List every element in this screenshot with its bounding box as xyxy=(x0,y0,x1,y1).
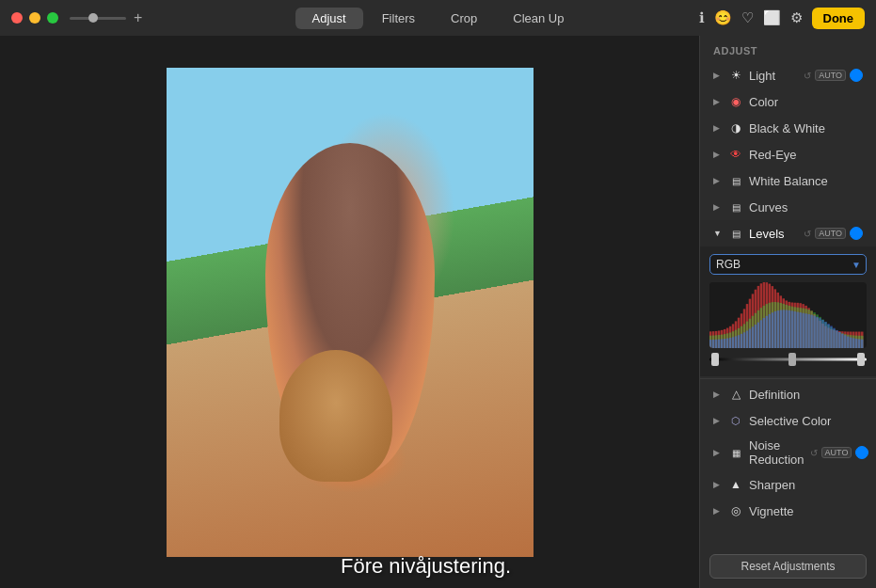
svg-rect-144 xyxy=(841,334,843,348)
noise-auto-badge[interactable]: AUTO xyxy=(821,447,852,458)
sidebar-item-color[interactable]: ▶ ◉ Color xyxy=(700,88,876,115)
tab-cleanup[interactable]: Clean Up xyxy=(496,8,581,29)
svg-rect-132 xyxy=(830,326,832,348)
svg-rect-60 xyxy=(763,318,765,348)
chevron-right-icon: ▶ xyxy=(713,123,723,133)
svg-rect-108 xyxy=(807,314,809,348)
svg-rect-117 xyxy=(816,317,818,348)
svg-rect-24 xyxy=(729,338,731,348)
black-white-label: Black & White xyxy=(749,121,863,135)
channel-selector-wrapper: RGB Red Green Blue ▼ xyxy=(709,254,867,275)
svg-rect-102 xyxy=(802,313,804,348)
svg-rect-165 xyxy=(861,340,863,348)
photo-canvas[interactable] xyxy=(167,68,534,557)
svg-rect-54 xyxy=(757,323,759,348)
sidebar-item-definition[interactable]: ▶ △ Definition xyxy=(700,381,876,407)
svg-rect-42 xyxy=(746,331,748,348)
chevron-right-icon: ▶ xyxy=(713,506,723,516)
svg-rect-57 xyxy=(760,320,762,348)
photo-area: Före nivåjustering. xyxy=(0,36,699,588)
sidebar-item-light[interactable]: ▶ ☀ Light ↺ AUTO xyxy=(700,62,876,88)
svg-rect-153 xyxy=(850,338,852,348)
zoom-plus-button[interactable]: + xyxy=(134,9,142,26)
sidebar-item-vignette[interactable]: ▶ ◎ Vignette xyxy=(700,498,876,524)
svg-rect-36 xyxy=(741,334,742,348)
titlebar: + Adjust Filters Crop Clean Up ℹ 😊 ♡ ⬜ ⚙… xyxy=(0,0,876,36)
minimize-button[interactable] xyxy=(29,12,40,24)
sidebar-item-levels[interactable]: ▼ ▤ Levels ↺ AUTO xyxy=(700,220,876,246)
levels-label: Levels xyxy=(749,227,798,241)
tab-crop[interactable]: Crop xyxy=(434,8,494,29)
sharpen-label: Sharpen xyxy=(749,478,863,492)
sidebar-item-selective-color[interactable]: ▶ ⬡ Selective Color xyxy=(700,407,876,434)
svg-rect-90 xyxy=(790,310,792,348)
auto-badge[interactable]: AUTO xyxy=(815,70,846,81)
close-button[interactable] xyxy=(11,12,23,24)
svg-rect-75 xyxy=(777,310,779,348)
chevron-right-icon: ▶ xyxy=(713,202,723,212)
heart-button[interactable]: ♡ xyxy=(741,9,754,26)
noise-reduction-icon: ▦ xyxy=(728,445,743,460)
vignette-icon: ◎ xyxy=(728,503,743,518)
done-button[interactable]: Done xyxy=(812,8,866,29)
chevron-right-icon: ▶ xyxy=(713,416,723,425)
zoom-slider[interactable] xyxy=(70,17,126,20)
levels-panel: RGB Red Green Blue ▼ xyxy=(700,246,876,376)
chevron-right-icon: ▶ xyxy=(713,389,723,399)
maximize-button[interactable] xyxy=(47,12,58,24)
share-button[interactable]: ⬜ xyxy=(763,9,781,26)
definition-icon: △ xyxy=(728,387,743,402)
svg-rect-12 xyxy=(718,340,720,348)
levels-highlight-handle[interactable] xyxy=(857,353,865,366)
light-actions: ↺ AUTO xyxy=(804,69,863,82)
tab-filters[interactable]: Filters xyxy=(365,8,432,29)
svg-rect-141 xyxy=(838,332,840,348)
chevron-right-icon: ▶ xyxy=(713,71,723,80)
curves-label: Curves xyxy=(749,200,863,215)
color-label: Color xyxy=(749,95,863,109)
sidebar-item-curves[interactable]: ▶ ▤ Curves xyxy=(700,194,876,220)
noise-reduction-actions: ↺ AUTO xyxy=(810,446,869,459)
black-white-icon: ◑ xyxy=(728,120,743,135)
main-content: Före nivåjustering. ADJUST ▶ ☀ Light ↺ A… xyxy=(0,36,876,588)
svg-rect-123 xyxy=(821,320,823,348)
sidebar-item-noise-reduction[interactable]: ▶ ▦ Noise Reduction ↺ AUTO xyxy=(700,434,876,471)
channel-selector[interactable]: RGB Red Green Blue xyxy=(709,254,867,275)
svg-rect-18 xyxy=(724,339,725,348)
red-eye-icon: 👁 xyxy=(728,147,743,162)
zoom-slider-area: + xyxy=(70,9,142,26)
svg-rect-39 xyxy=(743,332,745,348)
selective-color-icon: ⬡ xyxy=(728,413,743,428)
light-label: Light xyxy=(749,69,798,83)
before-after-caption: Före nivåjustering. xyxy=(341,554,511,579)
input-levels-slider[interactable] xyxy=(709,352,867,367)
reset-icon: ↺ xyxy=(804,229,811,239)
svg-rect-30 xyxy=(735,336,737,348)
tab-adjust[interactable]: Adjust xyxy=(295,8,363,29)
svg-rect-9 xyxy=(715,340,717,348)
chevron-right-icon: ▶ xyxy=(713,97,723,106)
sidebar-item-red-eye[interactable]: ▶ 👁 Red-Eye xyxy=(700,141,876,167)
sidebar-item-sharpen[interactable]: ▶ ▲ Sharpen xyxy=(700,471,876,498)
light-toggle[interactable] xyxy=(850,69,863,82)
titlebar-actions: ℹ 😊 ♡ ⬜ ⚙ Done xyxy=(699,8,866,29)
emoji-button[interactable]: 😊 xyxy=(714,9,732,26)
levels-actions: ↺ AUTO xyxy=(804,227,863,240)
levels-shadow-handle[interactable] xyxy=(711,353,719,366)
info-button[interactable]: ℹ xyxy=(699,9,705,26)
levels-auto-badge[interactable]: AUTO xyxy=(815,228,846,239)
curves-icon: ▤ xyxy=(728,199,743,215)
settings-button[interactable]: ⚙ xyxy=(790,9,803,26)
svg-rect-69 xyxy=(772,312,773,348)
levels-toggle[interactable] xyxy=(850,227,863,240)
reset-adjustments-button[interactable]: Reset Adjustments xyxy=(709,554,867,579)
svg-rect-6 xyxy=(712,340,714,348)
traffic-lights xyxy=(11,12,58,24)
sidebar-item-black-white[interactable]: ▶ ◑ Black & White xyxy=(700,115,876,141)
noise-reduction-toggle[interactable] xyxy=(855,446,868,459)
svg-rect-105 xyxy=(804,313,806,348)
levels-midtone-handle[interactable] xyxy=(788,353,796,366)
svg-rect-51 xyxy=(755,325,757,348)
svg-rect-93 xyxy=(793,311,795,348)
sidebar-item-white-balance[interactable]: ▶ ▤ White Balance xyxy=(700,167,876,194)
